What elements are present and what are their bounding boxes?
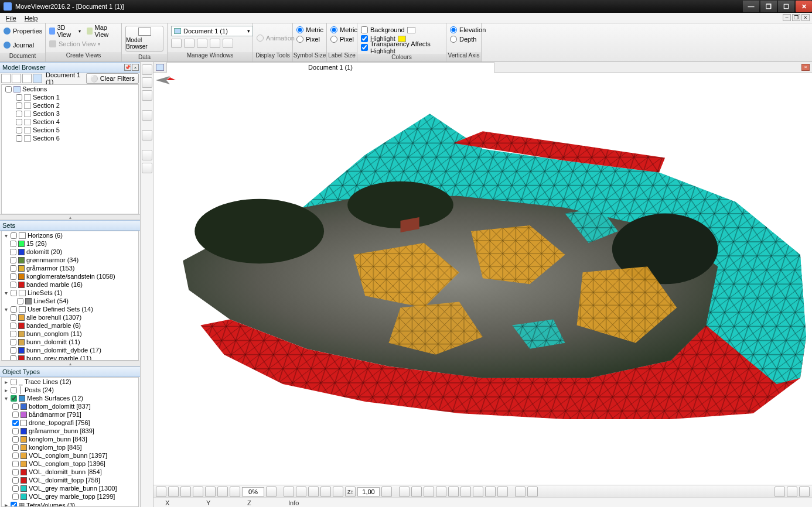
- vertaxis-depth[interactable]: Depth: [450, 35, 476, 43]
- objtypes-header[interactable]: Object Types: [0, 366, 140, 377]
- horizon-item[interactable]: dolomitt (20): [2, 248, 138, 256]
- bt-nav2[interactable]: [411, 487, 422, 497]
- panel-pin-icon[interactable]: 📌: [124, 64, 131, 71]
- menu-file[interactable]: File: [6, 15, 16, 22]
- window-maximize[interactable]: ☐: [778, 1, 794, 12]
- bt-zoomfit-icon[interactable]: [460, 487, 471, 497]
- horizon-item[interactable]: konglomerate/sandstein (1058): [2, 272, 138, 280]
- section-item[interactable]: Section 5: [2, 126, 138, 134]
- win-cascade-icon[interactable]: [197, 39, 207, 48]
- userset-item[interactable]: banded_marble (6): [2, 321, 138, 330]
- tab-close-icon[interactable]: ×: [801, 64, 810, 71]
- bt-zoom-out-icon[interactable]: [436, 487, 446, 497]
- bt-g5[interactable]: [333, 487, 343, 497]
- bt-5[interactable]: [205, 487, 216, 497]
- bt-home-icon[interactable]: [485, 487, 496, 497]
- mb-toolbtn2[interactable]: [12, 74, 21, 83]
- bt-nav1[interactable]: [399, 487, 410, 497]
- symbolsize-pixel[interactable]: Pixel: [296, 35, 320, 43]
- mesh-item[interactable]: bottom_dolomitt [837]: [2, 402, 138, 410]
- properties-button[interactable]: Properties: [4, 26, 42, 36]
- window-minimize[interactable]: —: [743, 1, 759, 12]
- vt-tool5-icon[interactable]: [142, 130, 152, 141]
- vt-tool6-icon[interactable]: [142, 150, 152, 160]
- colour-background[interactable]: Background: [361, 26, 415, 34]
- window-restore[interactable]: ❐: [760, 1, 777, 12]
- mesh-item[interactable]: båndmarmor [791]: [2, 410, 138, 419]
- labelsize-pixel[interactable]: Pixel: [330, 35, 354, 43]
- mesh-item[interactable]: VOL_grey marble_topp [1299]: [2, 492, 138, 501]
- bt-step2[interactable]: [381, 487, 392, 497]
- mesh-item[interactable]: konglom_top [845]: [2, 443, 138, 451]
- mesh-item[interactable]: VOL_conglom_bunn [1397]: [2, 451, 138, 460]
- vertaxis-elevation[interactable]: Elevation: [450, 26, 486, 34]
- labelsize-metric[interactable]: Metric: [330, 26, 357, 34]
- horizon-item[interactable]: gråmarmor (153): [2, 264, 138, 272]
- section-item[interactable]: Section 6: [2, 134, 138, 142]
- objtypes-tree[interactable]: ▸⎯Trace Lines (12) ▸│Posts (24) ▾Mesh Su…: [1, 377, 139, 507]
- section-item[interactable]: Section 4: [2, 118, 138, 126]
- bt-g4[interactable]: [320, 487, 331, 497]
- vt-tool4-icon[interactable]: [142, 110, 152, 121]
- userset-item[interactable]: bunn_grey marble (11): [2, 354, 138, 361]
- mesh-item[interactable]: VOL_dolomitt_topp [758]: [2, 476, 138, 484]
- vt-pan-icon[interactable]: [142, 77, 152, 88]
- splitter1[interactable]: [0, 214, 140, 220]
- bt-3[interactable]: [180, 487, 191, 497]
- mesh-item[interactable]: VOL_conglom_topp [1396]: [2, 460, 138, 468]
- bt-disp2[interactable]: [527, 487, 538, 497]
- opacity-value[interactable]: 0%: [242, 487, 264, 496]
- mdi-close[interactable]: ×: [801, 14, 810, 21]
- sections-tree[interactable]: Sections Section 1Section 2Section 3Sect…: [1, 84, 139, 214]
- panel-close-icon[interactable]: ×: [132, 64, 139, 71]
- mesh-item[interactable]: VOL_grey marble_bunn [1300]: [2, 484, 138, 492]
- mdi-minimize[interactable]: –: [783, 14, 791, 21]
- vt-rotate-icon[interactable]: [142, 90, 152, 101]
- vertical-exag-value[interactable]: 1,00: [357, 487, 380, 496]
- win-arrange2-icon[interactable]: [223, 39, 233, 48]
- section-item[interactable]: Section 2: [2, 101, 138, 109]
- win-arrange1-icon[interactable]: [210, 39, 220, 48]
- mesh-item[interactable]: konglom_bunn [843]: [2, 435, 138, 443]
- mapview-button[interactable]: Map View: [87, 26, 118, 36]
- bt-step[interactable]: [266, 487, 277, 497]
- window-close[interactable]: ✕: [796, 1, 812, 12]
- splitter2[interactable]: [0, 361, 140, 366]
- colour-trans[interactable]: Transparency Affects Highlight: [361, 43, 442, 52]
- win-tile-h-icon[interactable]: [171, 39, 182, 48]
- mesh-item[interactable]: VOL_dolomitt_bunn [854]: [2, 468, 138, 476]
- 3d-viewport[interactable]: [153, 73, 812, 485]
- bt-zoom-in-icon[interactable]: [448, 487, 459, 497]
- horizon-item[interactable]: 15 (26): [2, 239, 138, 248]
- bt-2[interactable]: [168, 487, 179, 497]
- bt-r1[interactable]: [775, 487, 785, 497]
- section-item[interactable]: Section 1: [2, 93, 138, 101]
- userset-item[interactable]: bunn_conglom (11): [2, 330, 138, 338]
- bt-nav3[interactable]: [424, 487, 434, 497]
- clear-filters-button[interactable]: ⚪Clear Filters: [86, 73, 139, 84]
- bt-g2[interactable]: [296, 487, 306, 497]
- vt-cursor-icon[interactable]: [142, 64, 152, 75]
- horizon-item[interactable]: banded marble (16): [2, 280, 138, 289]
- bt-4[interactable]: [193, 487, 203, 497]
- mesh-item[interactable]: gråmarmor_bunn [839]: [2, 427, 138, 435]
- vt-tool7-icon[interactable]: [142, 163, 152, 173]
- section-item[interactable]: Section 3: [2, 109, 138, 118]
- bt-r2[interactable]: [787, 487, 797, 497]
- bt-disp1[interactable]: [515, 487, 526, 497]
- lineset-item[interactable]: LineSet (54): [2, 297, 138, 305]
- 3dview-button[interactable]: 3D View▾: [49, 26, 81, 36]
- sets-tree[interactable]: ▾Horizons (6) 15 (26)dolomitt (20)grønnm…: [1, 231, 139, 361]
- bt-g1[interactable]: [284, 487, 294, 497]
- bt-z-icon[interactable]: Z↕: [345, 487, 356, 497]
- win-tile-v-icon[interactable]: [184, 39, 195, 48]
- userset-item[interactable]: alle borehull (1307): [2, 313, 138, 321]
- bt-7[interactable]: [230, 487, 240, 497]
- bt-nav7[interactable]: [473, 487, 483, 497]
- bt-r3[interactable]: [799, 487, 810, 497]
- userset-item[interactable]: bunn_dolomitt_dybde (17): [2, 346, 138, 354]
- bt-6[interactable]: [217, 487, 228, 497]
- mb-toolbtn1[interactable]: [1, 74, 11, 83]
- journal-button[interactable]: Journal: [4, 40, 34, 50]
- mb-toolbtn3[interactable]: [22, 74, 32, 83]
